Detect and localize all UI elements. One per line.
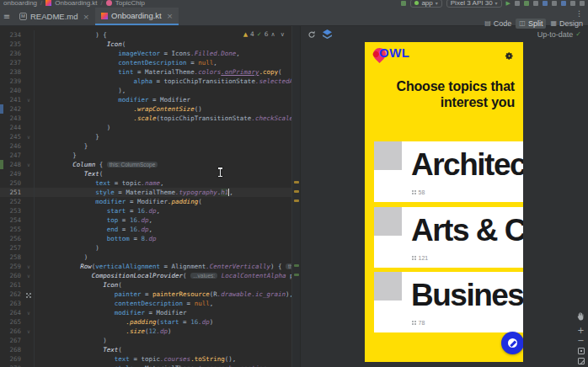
avd-icon[interactable] xyxy=(561,1,566,6)
code-text[interactable]: contentDescription = null, xyxy=(35,299,291,308)
build-refresh-icon[interactable] xyxy=(307,27,316,42)
code-editor[interactable]: 234 ) {235 Icon(236 imageVector = Icons.… xyxy=(0,26,300,367)
code-text[interactable]: tint = MaterialTheme.colors.onPrimary.co… xyxy=(35,67,291,77)
code-line[interactable]: 246 } xyxy=(0,141,291,151)
tab-readme[interactable]: M README.md × xyxy=(13,8,95,25)
gutter[interactable] xyxy=(24,345,35,354)
breadcrumb-function[interactable]: TopicChip xyxy=(115,0,145,7)
code-line[interactable]: 253 start = 16.dp, xyxy=(0,206,291,215)
gutter[interactable] xyxy=(24,86,35,95)
code-line[interactable]: 244 ) xyxy=(0,123,291,132)
pan-icon[interactable] xyxy=(577,309,585,324)
gutter[interactable] xyxy=(24,243,35,253)
gutter[interactable] xyxy=(24,206,35,215)
gutter[interactable] xyxy=(24,123,35,132)
gutter[interactable] xyxy=(24,178,35,188)
code-line[interactable]: 240 ), xyxy=(0,86,291,95)
error-stripe[interactable] xyxy=(291,26,300,367)
gutter[interactable] xyxy=(24,77,35,86)
code-text[interactable]: bottom = 8.dp xyxy=(35,234,291,243)
gutter[interactable]: ∨ xyxy=(24,308,35,317)
gutter[interactable] xyxy=(24,299,35,308)
gutter[interactable] xyxy=(24,290,35,299)
code-line[interactable]: 239 alpha = topicChipTransitionState.sel… xyxy=(0,77,291,86)
code-line[interactable]: 250 text = topic.name, xyxy=(0,178,291,188)
inspections-widget[interactable]: ▲ 4 ✓ 6 ∧ ∨ xyxy=(243,30,286,38)
code-line[interactable]: 256 bottom = 8.dp xyxy=(0,234,291,243)
gutter[interactable]: ∨ xyxy=(24,95,35,104)
gutter[interactable]: ∨ xyxy=(24,160,35,169)
code-text[interactable]: ), xyxy=(35,86,291,95)
gutter[interactable] xyxy=(24,58,35,67)
code-line[interactable]: 268 Text( xyxy=(0,345,291,354)
code-text[interactable]: ) xyxy=(35,253,291,262)
code-text[interactable]: } xyxy=(35,151,291,160)
gutter[interactable] xyxy=(24,364,35,367)
debug-icon[interactable] xyxy=(524,1,529,6)
gutter[interactable]: ∨ xyxy=(24,327,35,336)
code-line[interactable]: 249 Text( xyxy=(0,169,291,178)
breadcrumb-file[interactable]: Onboarding.kt xyxy=(55,0,97,7)
gutter[interactable] xyxy=(24,215,35,225)
search-icon[interactable] xyxy=(570,1,575,6)
code-line[interactable]: 263 contentDescription = null, xyxy=(0,299,291,308)
gutter[interactable] xyxy=(24,336,35,345)
device-selector[interactable]: Pixel 3 API 30 ▾ xyxy=(446,0,502,8)
warning-stripe-mark[interactable] xyxy=(294,181,299,184)
code-text[interactable]: ) xyxy=(35,123,291,132)
code-line[interactable]: 257 ) xyxy=(0,243,291,253)
code-line[interactable]: 237 contentDescription = null, xyxy=(0,58,291,67)
code-text[interactable]: .size(12.dp) xyxy=(35,327,291,336)
profiler-icon[interactable] xyxy=(533,1,538,6)
code-line[interactable]: 267 ) xyxy=(0,336,291,345)
gutter[interactable] xyxy=(24,234,35,243)
run-button[interactable]: ▶ xyxy=(506,0,510,7)
close-icon[interactable]: × xyxy=(167,12,174,20)
code-text[interactable]: .wrapContentSize() xyxy=(35,104,291,114)
warning-stripe-mark[interactable] xyxy=(294,190,299,193)
code-line[interactable]: 265 .padding(start = 16.dp) xyxy=(0,317,291,327)
code-line[interactable]: 260∨ CompositionLocalProvider( ...values… xyxy=(0,271,291,280)
gutter[interactable]: ∨ xyxy=(24,262,35,271)
close-icon[interactable]: × xyxy=(83,13,89,21)
gutter[interactable] xyxy=(24,114,35,123)
gutter[interactable] xyxy=(24,280,35,290)
gutter[interactable] xyxy=(24,49,35,58)
code-line[interactable]: 269 text = topic.courses.toString(), xyxy=(0,354,291,364)
code-text[interactable]: top = 16.dp, xyxy=(35,215,291,225)
apply-changes-icon[interactable] xyxy=(515,1,520,6)
gutter[interactable] xyxy=(24,104,35,114)
code-line[interactable]: 255 end = 16.dp, xyxy=(0,225,291,234)
gutter[interactable] xyxy=(24,30,35,40)
zoom-in-button[interactable]: + xyxy=(577,327,584,334)
code-line[interactable]: 266∨ .size(12.dp) xyxy=(0,327,291,336)
code-line[interactable]: 258 ) xyxy=(0,253,291,262)
gutter[interactable] xyxy=(24,151,35,160)
breadcrumb-package[interactable]: onboarding xyxy=(3,0,37,7)
code-text[interactable]: CompositionLocalProvider( ...values: Loc… xyxy=(35,271,291,280)
code-text[interactable]: style = MaterialTheme.typography.h1, xyxy=(35,188,291,197)
code-text[interactable]: imageVector = Icons.Filled.Done, xyxy=(35,49,291,58)
code-text[interactable]: Icon( xyxy=(35,280,291,290)
gutter[interactable] xyxy=(24,169,35,178)
code-text[interactable]: modifier = Modifier xyxy=(35,308,291,317)
code-line[interactable]: 264∨ modifier = Modifier xyxy=(0,308,291,317)
device-manager-icon[interactable] xyxy=(543,1,548,6)
gutter[interactable] xyxy=(24,67,35,77)
gutter[interactable] xyxy=(24,188,35,197)
mode-design-button[interactable]: ▦ Design xyxy=(547,19,586,29)
code-line[interactable]: 254 top = 16.dp, xyxy=(0,215,291,225)
code-text[interactable]: text = topic.name, xyxy=(35,178,291,188)
code-text[interactable]: text = topic.courses.toString(), xyxy=(35,354,291,364)
expand-preview-button[interactable] xyxy=(578,358,585,364)
run-config-selector[interactable]: app ▾ xyxy=(410,0,441,8)
code-text[interactable]: style = MaterialTheme.typography.caption… xyxy=(35,364,291,367)
code-line[interactable]: 238 tint = MaterialTheme.colors.onPrimar… xyxy=(0,67,291,77)
gutter[interactable] xyxy=(24,197,35,206)
code-text[interactable]: contentDescription = null, xyxy=(35,58,291,67)
zoom-out-button[interactable]: − xyxy=(577,338,584,344)
code-text[interactable]: ) xyxy=(35,336,291,345)
gutter[interactable] xyxy=(24,141,35,151)
build-icon[interactable] xyxy=(401,1,406,6)
code-line[interactable]: 252 modifier = Modifier.padding( xyxy=(0,197,291,206)
